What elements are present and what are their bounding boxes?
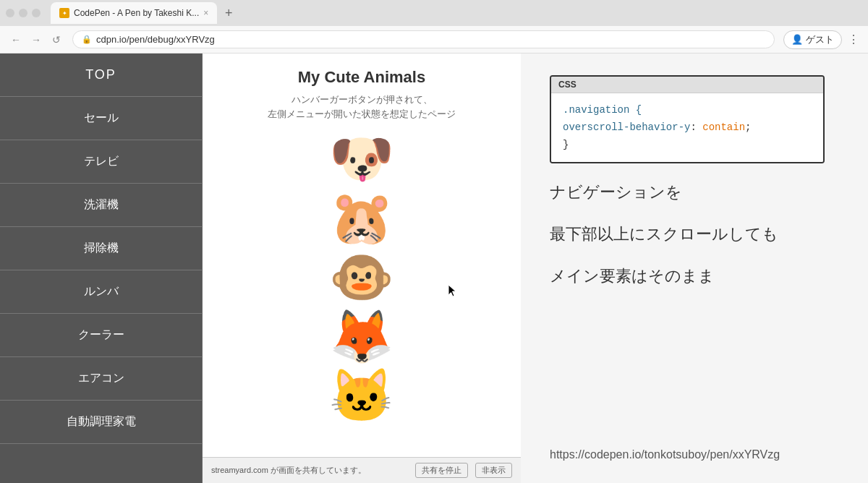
page-subtitle-line2: 左側メニューが開いた状態を想定したページ <box>268 108 456 119</box>
main-content: TOP セール テレビ 洗濯機 掃除機 ルンバ クーラー エアコン <box>0 54 868 483</box>
address-actions: 👤 ゲスト ⋮ <box>783 30 859 49</box>
stop-sharing-button[interactable]: 共有を停止 <box>415 463 468 478</box>
streamyard-banner: streamyard.com が画面を共有しています。 共有を停止 非表示 <box>203 457 521 483</box>
streamyard-text: streamyard.com が画面を共有しています。 <box>211 465 408 476</box>
css-code-block: CSS .navigation { overscroll-behavior-y:… <box>550 75 825 163</box>
address-bar: ← → ↺ 🔒 cdpn.io/pen/debug/xxYRVzg 👤 ゲスト … <box>0 26 868 54</box>
back-button[interactable]: ← <box>9 34 23 46</box>
nav-item-vacuum[interactable]: 掃除機 <box>0 227 202 270</box>
url-reference: https://codepen.io/tonkotsuboy/pen/xxYRV… <box>550 448 839 461</box>
lock-icon: 🔒 <box>82 35 92 44</box>
page-subtitle: ハンバーガーボタンが押されて、 左側メニューが開いた状態を想定したページ <box>217 93 506 121</box>
animal-monkey: 🐵 <box>329 251 394 303</box>
minimize-button[interactable] <box>19 9 27 17</box>
menu-dots-icon[interactable]: ⋮ <box>848 33 859 46</box>
nav-item-label-cooking: 自動調理家電 <box>67 414 136 429</box>
url-bar[interactable]: 🔒 cdpn.io/pen/debug/xxYRVzg <box>72 30 775 48</box>
account-icon: 👤 <box>791 34 803 45</box>
page-subtitle-line1: ハンバーガーボタンが押されて、 <box>292 94 433 105</box>
nav-item-roomba[interactable]: ルンバ <box>0 270 202 314</box>
nav-item-cooking[interactable]: 自動調理家電 <box>0 401 202 444</box>
hide-button[interactable]: 非表示 <box>475 463 512 478</box>
css-value: contain <box>697 121 745 133</box>
nav-item-label-cooler: クーラー <box>78 328 124 343</box>
forward-button[interactable]: → <box>29 34 43 46</box>
tab-favicon: ✦ <box>59 8 69 18</box>
nav-top-label: TOP <box>85 67 116 82</box>
tab-title: CodePen - A Pen by Takeshi K... <box>74 8 199 18</box>
css-selector: .navigation { <box>563 104 642 116</box>
url-text: cdpn.io/pen/debug/xxYRVzg <box>96 34 215 45</box>
close-button[interactable] <box>6 9 14 17</box>
nav-item-cooler[interactable]: クーラー <box>0 314 202 357</box>
animal-dog: 🐶 <box>329 132 394 184</box>
right-panel: CSS .navigation { overscroll-behavior-y:… <box>521 54 868 483</box>
nav-item-aircon[interactable]: エアコン <box>0 357 202 401</box>
description-block: ナビゲーションを 最下部以上にスクロールしても メイン要素はそのまま <box>550 178 839 290</box>
css-line-2: overscroll-behavior-y: contain; <box>563 119 812 137</box>
new-tab-button[interactable]: + <box>220 4 237 22</box>
browser-tab[interactable]: ✦ CodePen - A Pen by Takeshi K... × <box>51 2 217 24</box>
nav-sidebar: TOP セール テレビ 洗濯機 掃除機 ルンバ クーラー エアコン <box>0 54 203 483</box>
tab-close-button[interactable]: × <box>203 8 208 18</box>
maximize-button[interactable] <box>32 9 41 17</box>
browser-chrome: ✦ CodePen - A Pen by Takeshi K... × + ← … <box>0 0 868 54</box>
page-content[interactable]: My Cute Animals ハンバーガーボタンが押されて、 左側メニューが開… <box>203 54 521 483</box>
animal-fox: 🦊 <box>329 310 394 362</box>
css-close-brace: } <box>563 139 569 150</box>
animal-cat: 🐱 <box>329 369 394 422</box>
animal-list: 🐶 🐹 🐵 🦊 🐱 <box>217 132 506 422</box>
tab-bar: ✦ CodePen - A Pen by Takeshi K... × + <box>0 0 868 26</box>
description-line1: ナビゲーションを <box>550 178 839 207</box>
animal-hamster: 🐹 <box>329 192 394 244</box>
nav-item-label-sale: セール <box>84 111 119 126</box>
css-colon: : <box>690 121 696 133</box>
css-line-3: } <box>563 137 812 154</box>
nav-item-label-tv: テレビ <box>84 154 119 169</box>
nav-item-label-roomba: ルンバ <box>84 284 119 299</box>
nav-item-washer[interactable]: 洗濯機 <box>0 184 202 227</box>
nav-item-tv[interactable]: テレビ <box>0 140 202 184</box>
refresh-button[interactable]: ↺ <box>49 34 64 46</box>
nav-header: TOP <box>0 54 202 97</box>
description-line2: 最下部以上にスクロールしても <box>550 220 839 249</box>
nav-item-label-aircon: エアコン <box>78 371 124 386</box>
css-semi: ; <box>745 121 751 133</box>
nav-item-label-washer: 洗濯機 <box>84 197 119 213</box>
nav-buttons: ← → ↺ <box>9 34 64 46</box>
guest-button[interactable]: 👤 ゲスト <box>783 30 842 49</box>
nav-item-sale[interactable]: セール <box>0 97 202 140</box>
browser-viewport: TOP セール テレビ 洗濯機 掃除機 ルンバ クーラー エアコン <box>0 54 521 483</box>
guest-label: ゲスト <box>806 33 834 46</box>
window-controls <box>6 9 41 17</box>
description-line3: メイン要素はそのまま <box>550 262 839 291</box>
css-code-content: .navigation { overscroll-behavior-y: con… <box>551 93 823 162</box>
css-property: overscroll-behavior-y <box>563 121 690 133</box>
css-block-label: CSS <box>551 77 823 93</box>
nav-item-label-vacuum: 掃除機 <box>84 241 119 256</box>
css-line-1: .navigation { <box>563 102 812 119</box>
page-title: My Cute Animals <box>217 68 506 87</box>
